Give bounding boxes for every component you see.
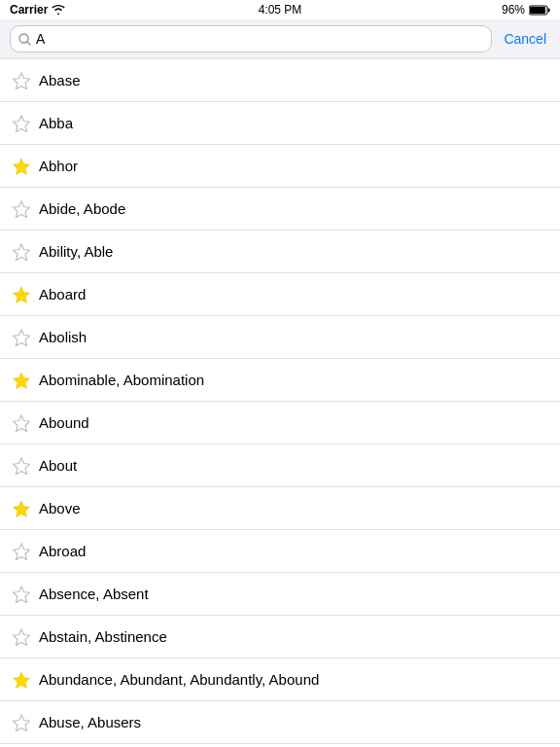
svg-marker-16 (14, 544, 30, 560)
status-bar: Carrier 4:05 PM 96% (0, 0, 560, 19)
star-icon[interactable] (12, 627, 31, 647)
svg-marker-6 (14, 116, 30, 132)
svg-marker-7 (14, 159, 30, 175)
item-label: Aboard (39, 286, 86, 302)
svg-marker-18 (14, 629, 30, 646)
list-item[interactable]: Abide, Abode (0, 188, 560, 231)
list-item[interactable]: Abundance, Abundant, Abundantly, Abound (0, 658, 560, 701)
svg-rect-1 (548, 8, 550, 12)
list-item[interactable]: Abound (0, 402, 560, 445)
list-item[interactable]: Above (0, 487, 560, 530)
svg-marker-13 (14, 415, 30, 432)
star-icon[interactable] (12, 157, 31, 176)
item-label: Abundance, Abundant, Abundantly, Abound (39, 671, 319, 688)
star-icon[interactable] (12, 585, 31, 604)
list-item[interactable]: Abolish (0, 316, 560, 359)
star-icon[interactable] (12, 242, 31, 262)
svg-marker-11 (14, 330, 30, 346)
item-label: Abase (39, 72, 81, 89)
star-icon[interactable] (12, 328, 31, 347)
item-label: Abominable, Abomination (39, 372, 204, 388)
list-item[interactable]: Abba (0, 102, 560, 145)
svg-line-4 (27, 42, 30, 45)
wifi-icon (52, 5, 65, 15)
star-icon[interactable] (12, 499, 31, 518)
list-item[interactable]: Abuse, Abusers (0, 701, 560, 744)
item-label: Abolish (39, 329, 87, 345)
item-label: Absence, Absent (39, 586, 149, 602)
list-item[interactable]: Abstain, Abstinence (0, 616, 560, 658)
item-label: Abide, Abode (39, 200, 125, 217)
svg-marker-19 (14, 672, 30, 689)
search-icon (18, 33, 31, 46)
search-input[interactable] (36, 31, 483, 47)
list-item[interactable]: Aboard (0, 273, 560, 316)
svg-marker-8 (14, 201, 30, 218)
battery-area: 96% (502, 3, 550, 17)
item-label: Abba (39, 115, 73, 131)
list-item[interactable]: Abhor (0, 145, 560, 188)
svg-marker-10 (14, 287, 30, 303)
star-icon[interactable] (12, 114, 31, 133)
item-label: Abstain, Abstinence (39, 628, 167, 645)
star-icon[interactable] (12, 371, 31, 390)
svg-rect-2 (530, 7, 545, 14)
search-bar: Cancel (0, 19, 560, 59)
item-label: Abuse, Abusers (39, 714, 141, 730)
search-input-container[interactable] (10, 25, 492, 53)
svg-marker-15 (14, 501, 30, 517)
item-label: Abroad (39, 543, 86, 559)
item-label: About (39, 457, 77, 474)
star-icon[interactable] (12, 413, 31, 433)
star-icon[interactable] (12, 285, 31, 304)
time-label: 4:05 PM (259, 3, 302, 17)
battery-icon (529, 5, 550, 16)
star-icon[interactable] (12, 71, 31, 90)
svg-marker-9 (14, 244, 30, 261)
item-label: Above (39, 500, 81, 516)
list-item[interactable]: Abominable, Abomination (0, 359, 560, 402)
item-label: Abhor (39, 158, 78, 174)
svg-marker-20 (14, 715, 30, 731)
star-icon[interactable] (12, 670, 31, 690)
svg-marker-5 (14, 73, 30, 89)
carrier-wifi: Carrier (10, 3, 65, 17)
item-label: Abound (39, 414, 89, 431)
star-icon[interactable] (12, 199, 31, 219)
list-item[interactable]: Abase (0, 59, 560, 102)
star-icon[interactable] (12, 713, 31, 732)
svg-marker-12 (14, 373, 30, 389)
item-label: Ability, Able (39, 243, 113, 260)
cancel-button[interactable]: Cancel (500, 31, 550, 47)
star-icon[interactable] (12, 456, 31, 476)
battery-percent: 96% (502, 3, 525, 17)
star-icon[interactable] (12, 542, 31, 561)
word-list: Abase Abba Abhor Abide, Abode Ability, A… (0, 59, 560, 747)
svg-marker-14 (14, 458, 30, 475)
svg-marker-17 (14, 587, 30, 603)
list-item[interactable]: About (0, 445, 560, 487)
carrier-label: Carrier (10, 3, 48, 17)
list-item[interactable]: Abroad (0, 530, 560, 573)
list-item[interactable]: Ability, Able (0, 231, 560, 273)
list-item[interactable]: Absence, Absent (0, 573, 560, 616)
